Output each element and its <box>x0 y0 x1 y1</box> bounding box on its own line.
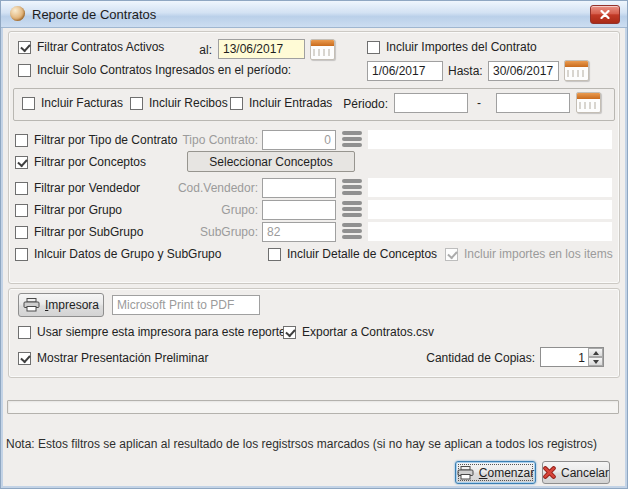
cod-vendedor-label: Cod.Vendedor: <box>148 181 258 195</box>
progress-bar <box>7 400 619 414</box>
subgrupo-input[interactable] <box>262 222 336 242</box>
checkbox-box <box>22 97 35 110</box>
checkbox-filtrar-contratos-activos[interactable]: Filtrar Contratos Activos <box>18 40 164 54</box>
titlebar: Reporte de Contratos <box>1 1 627 28</box>
checkbox-filtrar-por-vendedor[interactable]: Filtrar por Vendedor <box>15 181 140 195</box>
al-date-input[interactable] <box>218 39 305 59</box>
lookup-bars-icon[interactable] <box>341 131 363 148</box>
lookup-bars-icon[interactable] <box>341 201 363 218</box>
checkbox-incluir-datos-grupo-subgrupo[interactable]: Inlcuir Datos de Grupo y SubGrupo <box>15 247 221 261</box>
close-button[interactable] <box>590 5 620 24</box>
checkbox-label: Filtrar por SubGrupo <box>34 225 143 239</box>
cantidad-copias-label: Cantidad de Copias: <box>425 351 535 365</box>
triangle-down-icon <box>593 360 599 364</box>
lookup-bars-icon[interactable] <box>341 223 363 240</box>
periodo-rango-desde-input[interactable] <box>394 93 468 113</box>
checkbox-label: Filtrar Contratos Activos <box>37 40 164 54</box>
checkbox-box-checked <box>18 352 31 365</box>
checkbox-label: Exportar a Contratos.csv <box>302 325 434 339</box>
checkbox-box-checked-disabled <box>445 248 458 261</box>
checkbox-box-checked <box>18 41 31 54</box>
checkbox-label: Incluir importes en los items <box>464 247 613 261</box>
checkbox-box <box>230 97 243 110</box>
triangle-up-icon <box>593 351 599 355</box>
hasta-label: Hasta: <box>448 64 483 78</box>
checkbox-label: Filtrar por Vendedor <box>34 181 140 195</box>
checkbox-box <box>15 226 28 239</box>
checkbox-box <box>15 204 28 217</box>
checkbox-label: Incluir Detalle de Conceptos <box>287 247 437 261</box>
tipo-contrato-input[interactable] <box>262 130 336 150</box>
checkbox-box-checked <box>283 326 296 339</box>
calendar-icon[interactable] <box>310 39 335 60</box>
checkbox-incluir-importes-del-contrato[interactable]: Incluir Importes del Contrato <box>367 40 537 54</box>
cancelar-button[interactable]: Cancelar <box>542 461 610 484</box>
grupo-input[interactable] <box>262 200 336 220</box>
seleccionar-conceptos-button[interactable]: Seleccionar Conceptos <box>187 151 355 172</box>
grupo-label: Grupo: <box>148 203 258 217</box>
printer-icon <box>457 466 474 480</box>
cantidad-copias-stepper[interactable]: 1 <box>540 347 604 367</box>
checkbox-box <box>18 326 31 339</box>
checkbox-label: Incluir Facturas <box>41 96 123 110</box>
checkbox-box <box>268 248 281 261</box>
checkbox-incluir-entradas[interactable]: Incluir Entradas <box>230 96 332 110</box>
checkbox-filtrar-por-subgrupo[interactable]: Filtrar por SubGrupo <box>15 225 143 239</box>
button-label: Impresora <box>45 298 99 312</box>
checkbox-box <box>18 64 31 77</box>
checkbox-incluir-recibos[interactable]: Incluir Recibos <box>130 96 228 110</box>
checkbox-incluir-detalle-conceptos[interactable]: Incluir Detalle de Conceptos <box>268 247 437 261</box>
checkbox-exportar-contratos-csv[interactable]: Exportar a Contratos.csv <box>283 325 434 339</box>
checkbox-usar-siempre-impresora[interactable]: Usar siempre esta impresora para este re… <box>18 325 286 339</box>
checkbox-box <box>130 97 143 110</box>
bars-glyph <box>342 179 362 183</box>
note-text: Nota: Estos filtros se aplican al result… <box>6 437 597 451</box>
tipo-contrato-label: Tipo Contrato: <box>148 133 258 147</box>
calendar-icon[interactable] <box>576 92 601 113</box>
window-title: Reporte de Contratos <box>32 7 156 22</box>
checkbox-label: Incluir Solo Contratos Ingresados en el … <box>37 63 291 77</box>
checkbox-box <box>15 182 28 195</box>
tipo-contrato-descripcion-field <box>368 130 612 149</box>
calendar-icon[interactable] <box>564 60 589 81</box>
checkbox-label: Mostrar Presentación Preliminar <box>37 351 208 365</box>
checkbox-label: Incluir Importes del Contrato <box>386 40 537 54</box>
cod-vendedor-input[interactable] <box>262 178 336 198</box>
subgrupo-label: SubGrupo: <box>148 225 258 239</box>
dialog-reporte-de-contratos: Reporte de Contratos Filtrar Contratos A… <box>0 0 628 489</box>
stepper-down-button[interactable] <box>588 357 603 366</box>
periodo-hasta-input[interactable] <box>488 61 559 81</box>
bars-glyph <box>342 223 362 227</box>
checkbox-incluir-facturas[interactable]: Incluir Facturas <box>22 96 123 110</box>
app-icon <box>10 6 25 21</box>
checkbox-label: Incluir Entradas <box>249 96 332 110</box>
button-label: Comenzar <box>479 466 534 480</box>
periodo-label: Périodo: <box>330 97 388 111</box>
stepper-value[interactable]: 1 <box>541 348 588 366</box>
subgrupo-descripcion-field <box>368 222 612 241</box>
stepper-buttons <box>588 348 603 366</box>
checkbox-label: Filtrar por Grupo <box>34 203 122 217</box>
impresora-button[interactable]: Impresora <box>18 293 104 317</box>
checkbox-box <box>15 134 28 147</box>
checkbox-mostrar-presentacion-preliminar[interactable]: Mostrar Presentación Preliminar <box>18 351 208 365</box>
checkbox-box-checked <box>15 156 28 169</box>
checkbox-label: Incluir Recibos <box>149 96 228 110</box>
vendedor-descripcion-field <box>368 178 612 197</box>
checkbox-incluir-importes-items-disabled: Incluir importes en los items <box>445 247 613 261</box>
periodo-separator: - <box>477 96 481 110</box>
periodo-desde-input[interactable] <box>367 61 443 81</box>
periodo-rango-hasta-input[interactable] <box>496 93 570 113</box>
grupo-descripcion-field <box>368 200 612 219</box>
checkbox-label: Usar siempre esta impresora para este re… <box>37 325 286 339</box>
lookup-bars-icon[interactable] <box>341 179 363 196</box>
stepper-up-button[interactable] <box>588 348 603 357</box>
comenzar-button[interactable]: Comenzar <box>455 461 536 484</box>
checkbox-filtrar-por-conceptos[interactable]: Filtrar por Conceptos <box>15 155 146 169</box>
button-label: Seleccionar Conceptos <box>209 155 332 169</box>
checkbox-label: Filtrar por Conceptos <box>34 155 146 169</box>
checkbox-solo-contratos-ingresados[interactable]: Incluir Solo Contratos Ingresados en el … <box>18 63 291 77</box>
printer-name-input[interactable] <box>112 295 260 315</box>
checkbox-filtrar-por-grupo[interactable]: Filtrar por Grupo <box>15 203 122 217</box>
printer-icon <box>23 298 40 312</box>
